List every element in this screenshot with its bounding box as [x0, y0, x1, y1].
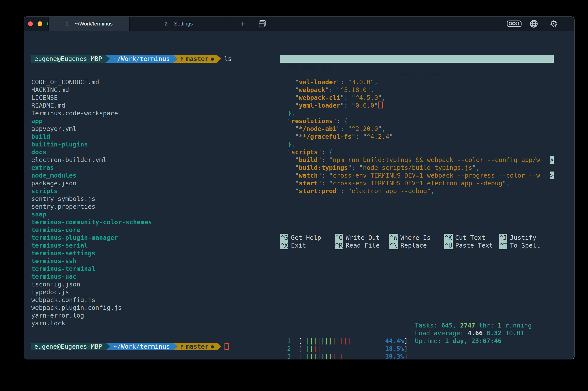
shortcut-key: ^\ — [389, 242, 398, 249]
file-entry: sentry.properties — [31, 203, 277, 210]
nano-line: "**/graceful-fs": "^4.2.4" — [280, 133, 554, 140]
file-entry: package.json — [31, 179, 277, 187]
nano-shortcut: ^KCut Text — [444, 234, 499, 242]
tab-title: ~/Work/terminus — [75, 21, 113, 27]
dir-entry: terminus-serial — [31, 242, 277, 249]
dir-entry: terminus-plugin-manager — [31, 234, 277, 242]
shortcut-key: ^O — [335, 234, 343, 242]
dir-entry: terminus-terminal — [31, 265, 277, 273]
git-branch-icon — [180, 344, 184, 349]
terminal-cursor — [224, 343, 229, 350]
serial-connections-button[interactable]: IOIOI — [507, 17, 522, 31]
git-branch-name: master — [186, 55, 209, 63]
nano-filename: package.json — [280, 70, 554, 78]
shortcut-key: ^W — [389, 234, 398, 242]
meter-value: 39.3% — [385, 353, 404, 359]
powerline-arrow-icon — [173, 55, 178, 63]
powerline-arrow-icon — [173, 343, 178, 350]
windows-icon — [258, 19, 267, 28]
new-tab-button[interactable]: + — [237, 17, 249, 31]
line-continues-icon: > — [550, 172, 554, 179]
nano-cursor — [378, 101, 383, 108]
tab-title: Settings — [174, 21, 193, 27]
dir-entry: terminus-settings — [31, 249, 277, 257]
git-dirty-icon: ● — [211, 55, 214, 63]
shortcut-label: Write Out — [346, 234, 380, 242]
prompt-git-segment: master● — [178, 343, 217, 350]
shortcut-label: Cut Text — [455, 234, 485, 242]
spacer — [280, 265, 554, 290]
tab-settings[interactable]: 2 Settings — [129, 17, 228, 31]
line-continues-icon: > — [550, 156, 554, 164]
htop-panel: 1[|||||||||||||44.4%]2[|||||18.5%]3[||||… — [280, 306, 554, 359]
nano-version: GNU nano 4.5 — [287, 63, 332, 70]
terminal-pane-left[interactable]: eugene@Eugenes-MBP~/Work/terminusmaster●… — [31, 39, 277, 359]
tab-number: 2 — [165, 21, 167, 27]
globe-icon — [529, 19, 539, 28]
meter-value: 18.5% — [385, 345, 404, 353]
nano-shortcut: ^WWhere Is — [389, 234, 444, 242]
shortcut-label: Paste Text — [455, 242, 493, 249]
nano-line: "build": "npm run build:typings && webpa… — [280, 156, 554, 164]
settings-button[interactable]: ⚙ — [546, 17, 561, 31]
spacer — [280, 210, 554, 218]
htop-summary-line: Tasks: 645, 2747 thr; 1 running — [415, 321, 532, 329]
nano-shortcut: ^GGet Help — [280, 234, 335, 242]
prompt-git-segment: master● — [178, 55, 217, 63]
terminus-window: 1 ~/Work/terminus 2 Settings + IOIOI — [24, 17, 574, 359]
file-entry: yarn.lock — [31, 319, 277, 327]
meter-label: 1 — [287, 337, 298, 345]
typed-command: ls — [221, 55, 232, 63]
shortcut-key: ^K — [444, 234, 453, 242]
nano-shortcut: ^RRead File — [335, 242, 390, 249]
file-entry: Terminus.code-workspace — [31, 109, 277, 117]
git-dirty-icon: ● — [211, 343, 214, 350]
meter-label: 3 — [287, 353, 298, 359]
file-entry: README.md — [31, 101, 277, 109]
git-branch-name: master — [186, 343, 209, 350]
meter-2: 2[|||||18.5%] — [287, 345, 554, 353]
tab-number: 1 — [66, 21, 68, 27]
nano-shortcut: ^OWrite Out — [335, 234, 390, 242]
dir-entry: terminus-core — [31, 226, 277, 234]
shortcut-label: Replace — [400, 242, 427, 249]
nano-line: "start:prod": "electron app --debug", — [280, 187, 554, 195]
ssh-connections-button[interactable] — [526, 17, 541, 31]
htop-summary-line: Load average: 4.66 8.32 10.01 — [415, 329, 532, 337]
tab-bar: 1 ~/Work/terminus 2 Settings + IOIOI — [24, 17, 574, 31]
tab-work-terminus[interactable]: 1 ~/Work/terminus — [48, 17, 130, 31]
close-button[interactable] — [28, 21, 33, 26]
minimize-button[interactable] — [38, 21, 42, 26]
nano-shortcut-row: ^GGet Help^OWrite Out^WWhere Is^KCut Tex… — [280, 234, 554, 242]
nano-title-bar: GNU nano 4.5 package.json — [280, 55, 554, 63]
powerline-arrow-icon — [106, 343, 110, 350]
shortcut-label: To Spell — [510, 242, 540, 249]
nano-line: "resolutions": { — [280, 117, 554, 125]
dir-entry: extras — [31, 164, 277, 172]
prompt-cwd: ~/Work/terminus — [110, 55, 173, 63]
nano-shortcut-bar: ^GGet Help^OWrite Out^WWhere Is^KCut Tex… — [280, 234, 554, 249]
desktop-background: 1 ~/Work/terminus 2 Settings + IOIOI — [0, 0, 588, 391]
nano-editor-content: "val-loader": "3.0.0", "webpack": "^5.18… — [280, 78, 554, 195]
duplicate-window-button[interactable] — [256, 17, 269, 31]
shortcut-key: ^X — [280, 242, 288, 249]
dir-entry: builtin-plugins — [31, 140, 277, 148]
shell-prompt-current: eugene@Eugenes-MBP~/Work/terminusmaster● — [31, 343, 277, 350]
prompt-cwd: ~/Work/terminus — [110, 343, 173, 350]
nano-line: "watch": "cross-env TERMINUS_DEV=1 webpa… — [280, 172, 554, 179]
prompt-line: eugene@Eugenes-MBP~/Work/terminusmaster● — [31, 343, 277, 350]
terminal-pane-right[interactable]: GNU nano 4.5 package.json "val-loader": … — [280, 39, 554, 359]
dir-entry: docs — [31, 148, 277, 156]
shortcut-key: ^T — [499, 242, 507, 249]
nano-shortcut-row: ^XExit^RRead File^\Replace^UPaste Text^T… — [280, 242, 554, 249]
shortcut-label: Where Is — [400, 234, 431, 242]
file-entry: sentry-symbols.js — [31, 195, 277, 203]
nano-shortcut: ^UPaste Text — [444, 242, 499, 249]
file-entry: tsconfig.json — [31, 280, 277, 288]
dir-entry: terminus-community-color-schemes — [31, 218, 277, 226]
shortcut-label: Justify — [510, 234, 536, 242]
nano-line: "build:typings": "node scripts/build-typ… — [280, 164, 554, 172]
file-entry: LICENSE — [31, 94, 277, 101]
meter-3: 3[|||||||||||39.3%] — [287, 353, 554, 359]
file-entry: webpack.config.js — [31, 296, 277, 304]
